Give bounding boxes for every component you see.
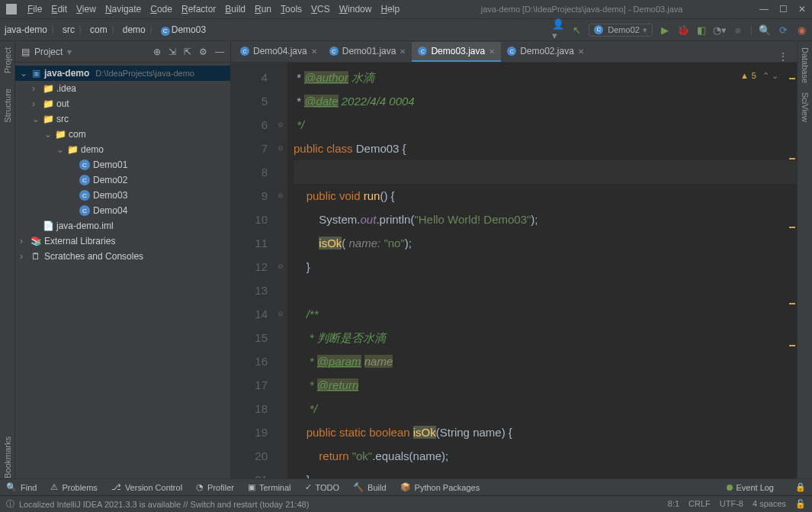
code-line[interactable]: return "ok".equals(name); [294, 444, 797, 468]
close-tab-icon[interactable]: ✕ [578, 47, 584, 56]
status-info-icon[interactable]: ⓘ [6, 498, 14, 510]
menu-view[interactable]: View [72, 2, 101, 16]
collapse-all-icon[interactable]: ⇱ [184, 47, 191, 57]
code-line[interactable]: * 判断是否水滴 [294, 326, 797, 349]
editor-tab[interactable]: CDemo04.java✕ [234, 42, 323, 62]
close-icon[interactable]: ✕ [798, 4, 806, 14]
search-icon[interactable]: 🔍 [759, 24, 771, 36]
close-tab-icon[interactable]: ✕ [489, 47, 495, 56]
user-icon[interactable]: 👤▾ [552, 24, 564, 36]
menu-tools[interactable]: Tools [276, 2, 307, 16]
bottom-tool-version-control[interactable]: ⎇Version Control [111, 482, 182, 492]
breadcrumb-item[interactable]: com [90, 24, 108, 35]
status-encoding[interactable]: UTF-8 [720, 499, 743, 509]
locate-icon[interactable]: ⊕ [153, 47, 161, 57]
code-line[interactable]: public void run() { [294, 184, 797, 208]
tree-row[interactable]: ›🗒Scratches and Consoles [15, 249, 230, 264]
tree-row[interactable]: ⌄▣java-demo D:\IdeaProjects\java-demo [15, 66, 230, 81]
breadcrumb-item[interactable]: CDemo03 [161, 24, 206, 36]
bottom-tool-python-packages[interactable]: 📦Python Packages [400, 482, 480, 492]
toolwin-structure[interactable]: Structure [3, 89, 12, 123]
project-tree[interactable]: ⌄▣java-demo D:\IdeaProjects\java-demo›📁.… [15, 63, 230, 478]
sync-icon[interactable]: ⟳ [777, 24, 789, 36]
ide-features-icon[interactable]: ◉ [795, 24, 807, 36]
editor-tab[interactable]: CDemo03.java✕ [412, 42, 501, 62]
bottom-tool-build[interactable]: 🔨Build [353, 482, 386, 492]
code-editor[interactable]: 456789101112131415161718192021 ⊖⊖⊖⊖⊖ ▲ 5… [231, 63, 797, 478]
tree-row[interactable]: CDemo04 [15, 203, 230, 218]
minimize-icon[interactable]: — [759, 4, 769, 14]
menu-help[interactable]: Help [376, 2, 404, 16]
code-line[interactable]: * @author 水滴 [294, 66, 797, 89]
menu-window[interactable]: Window [335, 2, 377, 16]
menu-navigate[interactable]: Navigate [101, 2, 146, 16]
tree-row[interactable]: 📄java-demo.iml [15, 218, 230, 233]
ide-lock-icon[interactable]: 🔒 [795, 482, 806, 492]
menu-run[interactable]: Run [250, 2, 276, 16]
maximize-icon[interactable]: ☐ [779, 4, 788, 14]
code-line[interactable]: */ [294, 397, 797, 420]
code-line[interactable] [294, 160, 797, 184]
status-caret-pos[interactable]: 8:1 [668, 499, 679, 509]
tree-row[interactable]: ⌄📁com [15, 127, 230, 142]
tabs-more-icon[interactable]: ⋮ [772, 51, 794, 62]
debug-icon[interactable]: 🐞 [677, 24, 689, 36]
code-line[interactable]: /** [294, 302, 797, 326]
code-line[interactable] [294, 279, 797, 302]
inspection-badge[interactable]: ▲ 5 ⌃ ⌄ [740, 64, 778, 88]
code-line[interactable]: } [294, 468, 797, 478]
bottom-tool-problems[interactable]: ⚠Problems [50, 482, 97, 492]
menu-build[interactable]: Build [220, 2, 250, 16]
run-icon[interactable]: ▶ [659, 24, 671, 36]
editor-tab[interactable]: CDemo01.java✕ [323, 42, 412, 62]
menu-file[interactable]: File [23, 2, 47, 16]
scrollbar-marks[interactable] [788, 63, 797, 478]
breadcrumb-item[interactable]: src [63, 24, 75, 35]
tree-row[interactable]: ›📁out [15, 96, 230, 111]
menu-vcs[interactable]: VCS [307, 2, 335, 16]
tree-row[interactable]: CDemo03 [15, 188, 230, 203]
fold-gutter[interactable]: ⊖⊖⊖⊖⊖ [274, 63, 287, 478]
bottom-tool-profiler[interactable]: ◔Profiler [196, 482, 234, 492]
code-line[interactable]: */ [294, 113, 797, 137]
coverage-icon[interactable]: ◧ [695, 24, 708, 36]
breadcrumb[interactable]: java-demo〉src〉com〉demo〉CDemo03 [5, 24, 206, 37]
event-log-button[interactable]: Event Log [727, 483, 774, 492]
bottom-tool-todo[interactable]: ✓TODO [305, 482, 340, 492]
line-gutter[interactable]: 456789101112131415161718192021 [231, 63, 274, 478]
tree-row[interactable]: ›📁.idea [15, 81, 230, 96]
tree-row[interactable]: CDemo02 [15, 172, 230, 188]
toolwin-project[interactable]: Project [3, 47, 12, 73]
settings-gear-icon[interactable]: ⚙ [199, 47, 207, 57]
tree-row[interactable]: ⌄📁demo [15, 142, 230, 157]
toolwin-bookmarks[interactable]: Bookmarks [3, 436, 12, 478]
toolwin-database[interactable]: Database [801, 47, 810, 83]
status-message[interactable]: Localized IntelliJ IDEA 2021.3.3 is avai… [19, 500, 309, 509]
toolwin-sciview[interactable]: SciView [801, 92, 810, 122]
editor-tab[interactable]: CDemo02.java✕ [501, 42, 590, 62]
code-line[interactable]: * @return [294, 373, 797, 397]
menu-edit[interactable]: Edit [47, 2, 72, 16]
breadcrumb-item[interactable]: java-demo [5, 24, 47, 35]
status-lock-icon[interactable]: 🔓 [795, 499, 806, 509]
breadcrumb-item[interactable]: demo [123, 24, 146, 35]
hide-icon[interactable]: — [215, 47, 224, 57]
code-line[interactable]: } [294, 255, 797, 279]
menu-refactor[interactable]: Refactor [177, 2, 220, 16]
status-line-sep[interactable]: CRLF [688, 499, 711, 509]
tree-row[interactable]: ⌄📁src [15, 111, 230, 127]
code-line[interactable]: public static boolean isOk(String name) … [294, 420, 797, 444]
code-line[interactable]: * @param name [294, 349, 797, 373]
menu-code[interactable]: Code [146, 2, 177, 16]
close-tab-icon[interactable]: ✕ [400, 47, 406, 56]
bottom-tool-terminal[interactable]: ▣Terminal [248, 482, 291, 492]
status-indent[interactable]: 4 spaces [753, 499, 786, 509]
close-tab-icon[interactable]: ✕ [311, 47, 317, 56]
code-line[interactable]: public class Demo03 { [294, 137, 797, 160]
project-view-label[interactable]: Project [34, 47, 63, 57]
expand-all-icon[interactable]: ⇲ [168, 47, 176, 57]
profiler-icon[interactable]: ◔▾ [714, 24, 726, 36]
code-line[interactable]: * @date 2022/4/4 0004 [294, 89, 797, 113]
code-line[interactable]: isOk( name: "no"); [294, 231, 797, 255]
run-config-selector[interactable]: CDemo02▾ [589, 24, 653, 37]
